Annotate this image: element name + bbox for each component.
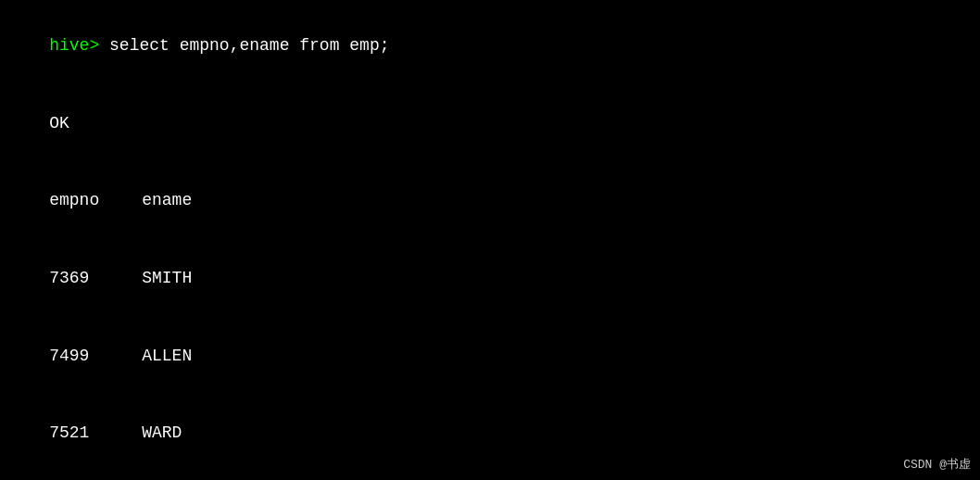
empno-7521: 7521 xyxy=(49,421,142,447)
ename-smith: SMITH xyxy=(142,266,192,292)
table-row: 7521WARD xyxy=(9,395,971,473)
table-row: 7566JONES xyxy=(9,473,971,480)
table-row: 7499ALLEN xyxy=(9,318,971,396)
column-header-line: empnoename xyxy=(9,162,971,240)
ename-ward: WARD xyxy=(142,421,182,447)
ok-text: OK xyxy=(49,114,69,133)
watermark-text: CSDN @书虚 xyxy=(903,456,971,473)
table-row: 7369SMITH xyxy=(9,240,971,318)
terminal-window: hive> select empno,ename from emp; OK em… xyxy=(0,0,980,480)
col-ename-header: ename xyxy=(142,188,192,214)
prompt-label: hive> xyxy=(49,36,109,55)
command-text: select empno,ename from emp; xyxy=(109,36,389,55)
ename-allen: ALLEN xyxy=(142,344,192,370)
ok-line: OK xyxy=(9,85,971,163)
empno-7499: 7499 xyxy=(49,344,142,370)
command-line: hive> select empno,ename from emp; xyxy=(9,7,971,85)
empno-7369: 7369 xyxy=(49,266,142,292)
col-empno-header: empno xyxy=(49,188,142,214)
